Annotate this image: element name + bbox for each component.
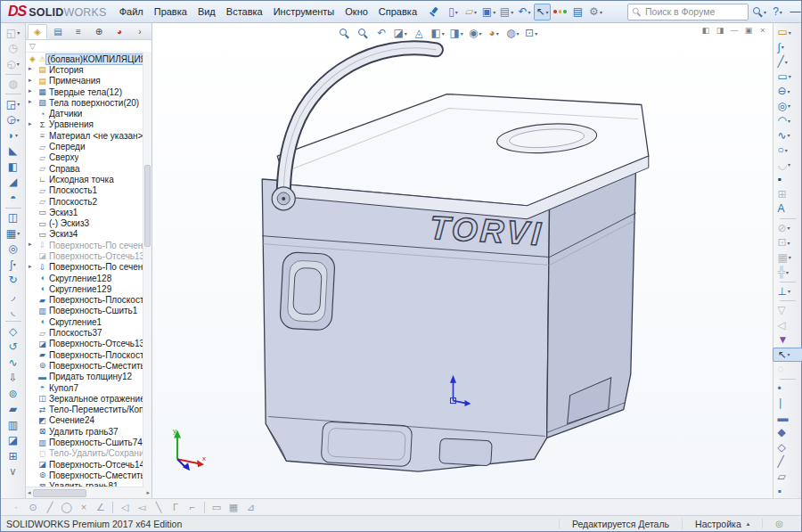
tree-item[interactable]: ▱Сверху [26, 152, 143, 163]
convert-entities-button[interactable]: ⊡▾ [773, 235, 802, 250]
tree-item[interactable]: ▸▤История [26, 64, 143, 75]
tree-item[interactable]: ▸⇩Поверхность-По сечениям14 [26, 262, 143, 273]
extruded-boss-button[interactable]: ◱▾ [3, 25, 23, 41]
offset-entities-tool[interactable]: ◅ [134, 500, 150, 515]
traffic-light-icon[interactable] [552, 4, 569, 20]
linear-pattern-button[interactable]: ▦▾ [3, 225, 23, 241]
undo-button[interactable]: ↶▾ [516, 4, 533, 20]
slot-button[interactable]: ⊖▾ [773, 84, 802, 99]
filter-edges-button[interactable]: ∣ [773, 396, 802, 411]
hide-show-items-button[interactable]: ◉▾ [466, 24, 484, 42]
tree-item[interactable]: ◖Скругление128 [26, 273, 143, 283]
revolved-cut-button[interactable]: ◶▾ [3, 112, 23, 128]
expand-arrow-icon[interactable]: ▸ [29, 65, 32, 72]
tree-item[interactable]: ◈⚠(болван)КОМПИЛЯЦИЯ_2(эскиз) [26, 53, 143, 64]
expand-arrow-icon[interactable]: ▸ [29, 87, 32, 94]
tree-item[interactable]: ◔Датчики [26, 108, 143, 119]
tree-item[interactable]: ▬Придать толщину12 [26, 372, 143, 382]
filter-solid-bodies-button[interactable]: ◆ [773, 425, 802, 440]
filter-faces-button[interactable]: ▬ [773, 411, 802, 426]
line-button[interactable]: ╱▾ [773, 54, 802, 70]
command-manager-button[interactable]: ▤ [569, 4, 586, 20]
offset-surface-button[interactable]: ⊚ [3, 386, 23, 402]
scrollbar-thumb[interactable] [33, 489, 86, 497]
revolved-boss-button[interactable]: ◷ [3, 41, 23, 57]
pane-split-button[interactable]: ◧ [700, 26, 711, 35]
expand-arrow-icon[interactable]: ▸ [29, 120, 32, 127]
boundary-boss-button[interactable]: ◍ [3, 77, 23, 93]
knit-surface-button[interactable]: ▥ [3, 417, 23, 433]
project-curve-button[interactable]: ◞ [3, 288, 23, 304]
menu-item[interactable]: Окно [340, 4, 373, 20]
open-button[interactable]: ▱▾ [462, 4, 479, 20]
menu-item[interactable]: Правка [149, 4, 192, 20]
filter-axes-button[interactable]: ╱ [773, 454, 802, 470]
filter-surface-bodies-button[interactable]: ◇ [773, 440, 802, 455]
tree-item[interactable]: ◖Скругление129 [26, 283, 143, 294]
tree-filter-row[interactable]: ▽ [26, 40, 151, 53]
perimeter-circle-tool[interactable]: ⊙ [25, 500, 41, 515]
corner-rectangle-tool[interactable]: Γ [168, 500, 184, 515]
mirror-entities-tool[interactable]: ◁ [117, 500, 133, 515]
fillet-button[interactable]: ◗▾ [3, 127, 23, 143]
tree-item[interactable]: ▰Поверхность-Плоскость1 [26, 295, 143, 306]
tab-displaymanager[interactable]: ◕ [110, 24, 129, 39]
tree-item[interactable]: ▱Плоскость37 [26, 327, 143, 338]
ellipse-button[interactable]: ○▾ [773, 143, 802, 158]
tree-item[interactable]: ▱Спереди [26, 141, 143, 151]
scroll-right-arrow[interactable]: ▸ [146, 489, 150, 496]
tree-item[interactable]: ⊚Поверхность-Сместить104 [26, 470, 143, 480]
sketch-point-tool[interactable]: · [8, 500, 24, 515]
tree-item[interactable]: ▭Эскиз4 [26, 229, 143, 240]
curve-button[interactable]: ʃ▾ [3, 257, 23, 273]
filter-planes-button[interactable]: ▱ [773, 470, 802, 485]
tree-item[interactable]: ∟Исходная точка [26, 174, 143, 184]
tabs-overflow-button[interactable]: › [130, 24, 150, 39]
expand-arrow-icon[interactable]: ▸ [29, 241, 32, 248]
tree-item[interactable]: ◫Зеркальное отражение45 [26, 393, 143, 404]
search-button[interactable]: ▾ [751, 4, 768, 20]
spline-contour-button[interactable]: ∫▾ [773, 40, 802, 55]
swept-boss-button[interactable]: ◵▾ [3, 56, 23, 72]
tab-featuremanager[interactable]: ◈ [28, 24, 47, 39]
extruded-cut-button[interactable]: ◲▾ [3, 96, 23, 112]
new-button[interactable]: ▯▾ [445, 4, 462, 20]
tree-item[interactable]: ▥Поверхность-Сшить74 [26, 437, 143, 447]
tab-dimxpertmanager[interactable]: ⊕ [89, 24, 109, 39]
erase-tool[interactable]: × [76, 500, 92, 515]
tree-item[interactable]: ▭Эскиз1 [26, 207, 143, 217]
tree-item[interactable]: ⊠Удалить грань81 [26, 481, 143, 487]
composite-curve-button[interactable]: ◟ [3, 304, 23, 320]
grid-system-tool[interactable]: ▦ [225, 500, 241, 515]
tree-horizontal-scrollbar[interactable]: ◂ ▸ [26, 487, 151, 498]
tree-item[interactable]: ⊚Поверхность-Сместить58 [26, 360, 143, 371]
tree-item[interactable]: ▱Плоскость1 [26, 185, 143, 196]
chamfer-button[interactable]: ◣ [3, 143, 23, 160]
tree-item[interactable]: ▭(-) Эскиз3 [26, 217, 143, 228]
circular-pattern-button[interactable]: ◎ [3, 241, 23, 258]
minimize-button[interactable]: — [787, 4, 802, 20]
tab-configurationmanager[interactable]: ≡ [69, 24, 88, 39]
circle-button[interactable]: ◎▾ [773, 99, 802, 114]
tree-item[interactable]: ▸ΣУравнения [26, 119, 143, 130]
view-orientation-button[interactable]: ◧▾ [429, 24, 446, 42]
tree-item[interactable]: ◖Скругление1 [26, 316, 143, 327]
section-view-button[interactable]: ◪▾ [391, 24, 409, 42]
toggle-selection-filter-button[interactable]: ▼ [773, 332, 802, 348]
linear-sketch-pattern-button[interactable]: ▦▾ [773, 250, 802, 266]
extend-surface-button[interactable]: ⊞ [3, 448, 23, 464]
menu-item[interactable]: Вставка [221, 4, 268, 20]
point-button[interactable]: ▪ [773, 172, 802, 187]
extruded-surface-button[interactable]: ◇ [3, 323, 23, 340]
filter-points-button[interactable]: ▪ [773, 484, 802, 499]
mirror-button[interactable]: ◫ [3, 210, 23, 226]
tree-item[interactable]: ◪Поверхность-Отсечь134 [26, 339, 143, 349]
grid-plane-button[interactable]: ⊞ [773, 187, 802, 202]
options-button[interactable]: ⚙▾ [587, 4, 604, 20]
edit-appearance-button[interactable]: ◕▾ [485, 24, 503, 42]
swept-surface-button[interactable]: ∿ [3, 355, 23, 371]
helix-button[interactable]: ↻ [3, 273, 23, 289]
annotation-visibility-button[interactable]: ◬ [410, 24, 428, 42]
angle-dimension-tool[interactable]: ∠ [93, 500, 109, 515]
shell-button[interactable]: ◧ [3, 159, 23, 175]
